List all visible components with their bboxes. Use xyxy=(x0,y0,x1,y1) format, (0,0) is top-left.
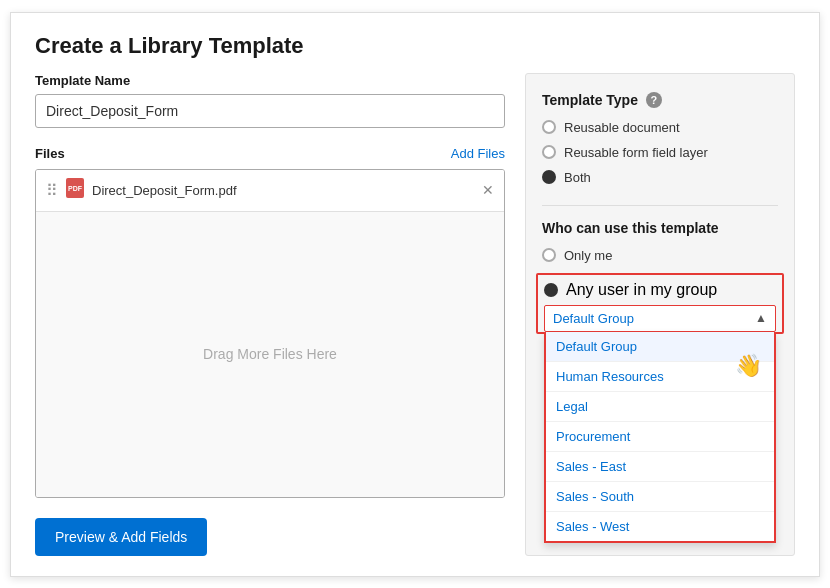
page-title: Create a Library Template xyxy=(35,33,795,59)
left-panel: Template Name Files Add Files ⠿ PDF Dire… xyxy=(35,73,505,556)
radio-label-any-user: Any user in my group xyxy=(566,281,717,299)
template-name-input[interactable] xyxy=(35,94,505,128)
chevron-up-icon: ▲ xyxy=(755,311,767,325)
file-item: ⠿ PDF Direct_Deposit_Form.pdf ✕ xyxy=(36,170,504,212)
template-name-label: Template Name xyxy=(35,73,505,88)
group-dropdown-list: Default Group Human Resources Legal Proc… xyxy=(544,332,776,543)
radio-circle-3 xyxy=(542,170,556,184)
dropdown-item-2[interactable]: Legal xyxy=(546,392,774,422)
radio-reusable-form[interactable]: Reusable form field layer xyxy=(542,145,778,160)
radio-reusable-document[interactable]: Reusable document xyxy=(542,120,778,135)
help-icon[interactable]: ? xyxy=(646,92,662,108)
radio-any-user[interactable]: Any user in my group xyxy=(544,281,776,299)
dropdown-item-6[interactable]: Sales - West xyxy=(546,512,774,541)
dropdown-item-3[interactable]: Procurement xyxy=(546,422,774,452)
dropdown-item-0[interactable]: Default Group xyxy=(546,332,774,362)
divider xyxy=(542,205,778,206)
group-dropdown-wrapper: Default Group ▲ Default Group Human Reso… xyxy=(544,305,776,332)
radio-label-1: Reusable document xyxy=(564,120,680,135)
files-label: Files xyxy=(35,146,65,161)
who-label: Who can use this template xyxy=(542,220,778,236)
dropdown-item-4[interactable]: Sales - East xyxy=(546,452,774,482)
radio-label-only-me: Only me xyxy=(564,248,612,263)
radio-circle-2 xyxy=(542,145,556,159)
pdf-icon: PDF xyxy=(66,178,84,203)
file-name: Direct_Deposit_Form.pdf xyxy=(92,183,482,198)
page-container: Create a Library Template Template Name … xyxy=(10,12,820,577)
drop-zone-text: Drag More Files Here xyxy=(203,346,337,362)
radio-only-me[interactable]: Only me xyxy=(542,248,778,263)
files-box: ⠿ PDF Direct_Deposit_Form.pdf ✕ Drag Mor… xyxy=(35,169,505,498)
close-icon[interactable]: ✕ xyxy=(482,182,494,198)
dropdown-item-1[interactable]: Human Resources xyxy=(546,362,774,392)
radio-label-3: Both xyxy=(564,170,591,185)
dropdown-item-5[interactable]: Sales - South xyxy=(546,482,774,512)
radio-circle-any-user xyxy=(544,283,558,297)
main-content: Template Name Files Add Files ⠿ PDF Dire… xyxy=(35,73,795,556)
right-panel: Template Type ? Reusable document Reusab… xyxy=(525,73,795,556)
add-files-link[interactable]: Add Files xyxy=(451,146,505,161)
drag-handle-icon[interactable]: ⠿ xyxy=(46,181,58,200)
svg-text:PDF: PDF xyxy=(68,185,83,192)
group-dropdown-selected: Default Group xyxy=(553,311,634,326)
drop-zone[interactable]: Drag More Files Here xyxy=(36,212,504,497)
template-type-label: Template Type xyxy=(542,92,638,108)
radio-circle-only-me xyxy=(542,248,556,262)
radio-circle-1 xyxy=(542,120,556,134)
files-header: Files Add Files xyxy=(35,146,505,161)
group-dropdown-trigger[interactable]: Default Group ▲ xyxy=(544,305,776,332)
radio-label-2: Reusable form field layer xyxy=(564,145,708,160)
group-section: Any user in my group Default Group ▲ Def… xyxy=(536,273,784,334)
radio-both[interactable]: Both xyxy=(542,170,778,185)
template-type-section: Template Type ? xyxy=(542,92,778,108)
preview-add-fields-button[interactable]: Preview & Add Fields xyxy=(35,518,207,556)
